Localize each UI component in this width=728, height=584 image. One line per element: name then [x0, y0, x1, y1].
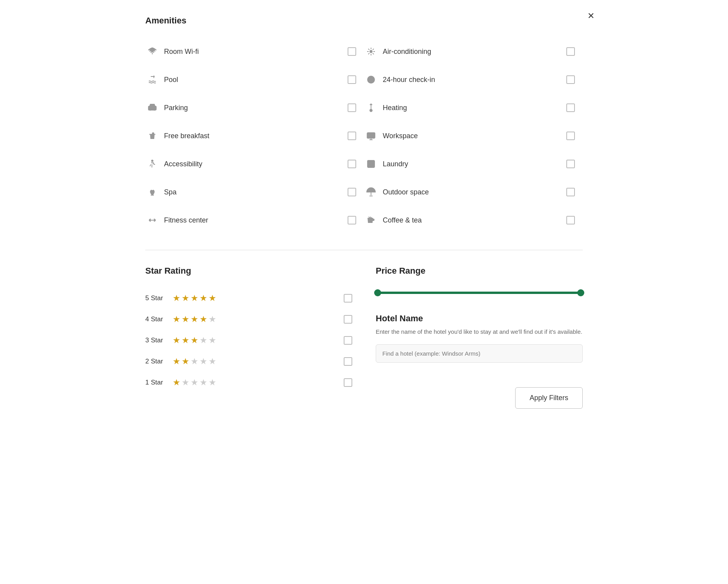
- price-slider[interactable]: [376, 288, 583, 298]
- coffee-label: Coffee & tea: [383, 216, 566, 224]
- star-row-3: 3 Star ★ ★ ★ ★ ★: [145, 330, 352, 351]
- star-row-2: 2 Star ★ ★ ★ ★ ★: [145, 351, 352, 372]
- parking-checkbox[interactable]: [348, 103, 356, 112]
- star-4-checkbox[interactable]: [344, 315, 352, 324]
- star-filled: ★: [182, 335, 189, 345]
- star-4-label: 4 Star: [145, 315, 173, 323]
- wifi-icon: [145, 45, 159, 59]
- wifi-checkbox[interactable]: [348, 47, 356, 56]
- price-range-title: Price Range: [376, 266, 583, 276]
- stars-3-display: ★ ★ ★ ★ ★: [173, 335, 344, 345]
- svg-point-6: [370, 50, 372, 53]
- star-rating-section: Star Rating 5 Star ★ ★ ★ ★ ★ 4 Star ★ ★ …: [145, 266, 352, 393]
- star-empty: ★: [200, 335, 207, 345]
- star-filled: ★: [200, 293, 207, 303]
- pool-checkbox[interactable]: [348, 75, 356, 84]
- star-filled: ★: [173, 314, 180, 324]
- stars-1-display: ★ ★ ★ ★ ★: [173, 377, 344, 388]
- star-filled: ★: [173, 335, 180, 345]
- heating-checkbox[interactable]: [566, 103, 575, 112]
- laundry-checkbox[interactable]: [566, 160, 575, 168]
- close-button[interactable]: ✕: [587, 12, 594, 20]
- amenity-item-parking: Parking: [145, 94, 364, 122]
- star-empty: ★: [200, 377, 207, 388]
- svg-rect-9: [367, 133, 375, 138]
- amenities-title: Amenities: [145, 16, 583, 26]
- star-empty: ★: [191, 377, 198, 388]
- amenity-item-pool: Pool: [145, 66, 364, 94]
- wifi-label: Room Wi-fi: [164, 48, 348, 56]
- star-3-checkbox[interactable]: [344, 336, 352, 345]
- amenity-item-fitness: Fitness center: [145, 206, 364, 234]
- spa-label: Spa: [164, 188, 348, 196]
- price-slider-min-handle[interactable]: [374, 289, 381, 296]
- right-filters-section: Price Range Hotel Name Enter the name of…: [376, 266, 583, 393]
- heating-icon: [364, 101, 378, 115]
- amenity-item-wifi: Room Wi-fi: [145, 37, 364, 66]
- price-slider-track: [376, 292, 583, 294]
- laundry-label: Laundry: [383, 160, 566, 168]
- star-1-checkbox[interactable]: [344, 378, 352, 387]
- modal-container: ✕ Amenities Room Wi-fi: [122, 0, 606, 424]
- star-filled: ★: [182, 314, 189, 324]
- star-filled: ★: [200, 314, 207, 324]
- svg-rect-2: [148, 106, 156, 110]
- price-slider-max-handle[interactable]: [577, 289, 584, 296]
- checkin-label: 24-hour check-in: [383, 76, 566, 84]
- svg-point-0: [152, 53, 153, 54]
- pool-label: Pool: [164, 76, 348, 84]
- amenity-item-workspace: Workspace: [364, 122, 583, 150]
- star-filled: ★: [173, 293, 180, 303]
- workspace-checkbox[interactable]: [566, 132, 575, 140]
- outdoor-icon: [364, 185, 378, 199]
- star-empty: ★: [209, 335, 216, 345]
- coffee-icon: [364, 213, 378, 227]
- star-3-label: 3 Star: [145, 337, 173, 344]
- checkin-icon: [364, 73, 378, 87]
- amenity-item-heating: Heating: [364, 94, 583, 122]
- breakfast-checkbox[interactable]: [348, 132, 356, 140]
- spa-icon: [145, 185, 159, 199]
- amenity-item-spa: Spa: [145, 178, 364, 206]
- outdoor-label: Outdoor space: [383, 188, 566, 196]
- stars-2-display: ★ ★ ★ ★ ★: [173, 356, 344, 367]
- amenities-col-left: Room Wi-fi Pool: [145, 37, 364, 234]
- svg-point-5: [152, 160, 153, 162]
- star-5-label: 5 Star: [145, 294, 173, 302]
- ac-checkbox[interactable]: [566, 47, 575, 56]
- star-empty: ★: [209, 377, 216, 388]
- stars-4-display: ★ ★ ★ ★ ★: [173, 314, 344, 324]
- laundry-icon: [364, 157, 378, 171]
- fitness-checkbox[interactable]: [348, 216, 356, 224]
- amenities-col-right: Air-conditioning 24-hour check-in: [364, 37, 583, 234]
- fitness-label: Fitness center: [164, 216, 348, 224]
- workspace-label: Workspace: [383, 132, 566, 140]
- star-2-checkbox[interactable]: [344, 357, 352, 366]
- parking-icon: [145, 101, 159, 115]
- coffee-checkbox[interactable]: [566, 216, 575, 224]
- hotel-name-description: Enter the name of the hotel you'd like t…: [376, 328, 583, 337]
- star-2-label: 2 Star: [145, 358, 173, 365]
- checkin-checkbox[interactable]: [566, 75, 575, 84]
- fitness-icon: [145, 213, 159, 227]
- hotel-name-title: Hotel Name: [376, 313, 583, 324]
- svg-point-3: [150, 110, 151, 111]
- star-5-checkbox[interactable]: [344, 294, 352, 303]
- outdoor-checkbox[interactable]: [566, 188, 575, 196]
- spa-checkbox[interactable]: [348, 188, 356, 196]
- accessibility-checkbox[interactable]: [348, 160, 356, 168]
- star-filled: ★: [173, 356, 180, 367]
- star-empty: ★: [200, 356, 207, 367]
- star-filled: ★: [191, 314, 198, 324]
- star-filled: ★: [182, 293, 189, 303]
- star-filled: ★: [191, 335, 198, 345]
- apply-filters-button[interactable]: Apply Filters: [515, 387, 583, 409]
- amenities-grid: Room Wi-fi Pool: [145, 37, 583, 234]
- svg-point-12: [369, 162, 369, 162]
- svg-point-4: [154, 110, 155, 111]
- star-row-5: 5 Star ★ ★ ★ ★ ★: [145, 288, 352, 309]
- ac-label: Air-conditioning: [383, 48, 566, 56]
- amenity-item-laundry: Laundry: [364, 150, 583, 178]
- star-row-1: 1 Star ★ ★ ★ ★ ★: [145, 372, 352, 393]
- hotel-name-input[interactable]: [376, 344, 583, 363]
